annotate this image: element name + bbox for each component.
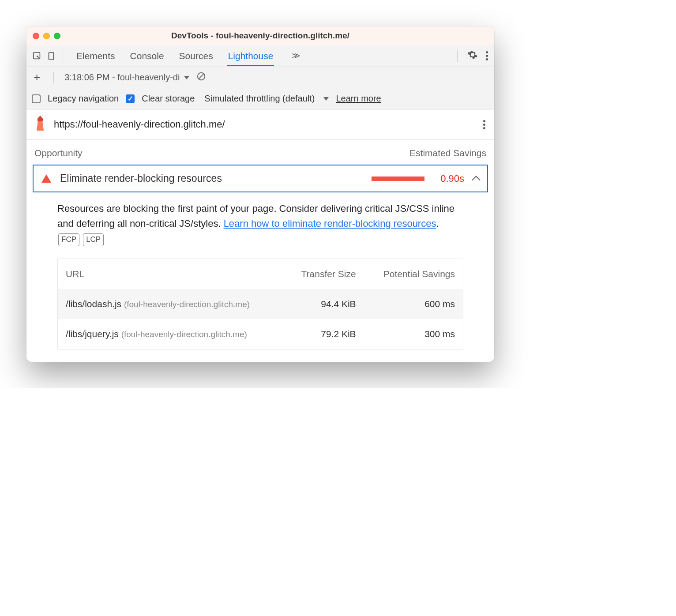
- throttling-caret-icon[interactable]: [323, 97, 329, 101]
- description-post: .: [436, 218, 439, 229]
- clear-storage-checkbox[interactable]: [126, 94, 135, 103]
- resource-host: (foul-heavenly-direction.glitch.me): [121, 330, 247, 339]
- options-bar: Legacy navigation Clear storage Simulate…: [26, 88, 494, 109]
- more-menu-icon[interactable]: [484, 49, 490, 62]
- col-transfer-size: Transfer Size: [284, 259, 364, 289]
- divider: [53, 72, 54, 83]
- caret-down-icon: [184, 76, 189, 79]
- table-row: /libs/jquery.js (foul-heavenly-direction…: [58, 319, 463, 349]
- svg-rect-1: [49, 52, 54, 60]
- svg-marker-5: [37, 121, 44, 131]
- collapse-icon[interactable]: [472, 176, 481, 184]
- resource-savings: 600 ms: [364, 289, 463, 319]
- audit-description: Resources are blocking the first paint o…: [26, 192, 494, 255]
- badge-lcp: LCP: [83, 233, 104, 246]
- table-row: /libs/lodash.js (foul-heavenly-direction…: [58, 289, 463, 319]
- estimated-savings-label: Estimated Savings: [409, 148, 486, 158]
- legacy-nav-checkbox[interactable]: [32, 94, 41, 103]
- device-icon[interactable]: [45, 50, 57, 62]
- resource-path: /libs/lodash.js: [66, 299, 121, 309]
- svg-rect-6: [38, 119, 43, 121]
- savings-value: 0.90s: [433, 173, 464, 184]
- resources-table: URL Transfer Size Potential Savings /lib…: [57, 259, 463, 349]
- tab-sources[interactable]: Sources: [178, 46, 214, 66]
- audit-title: Eliminate render-blocking resources: [60, 173, 363, 184]
- table-header-row: URL Transfer Size Potential Savings: [58, 259, 463, 289]
- tab-lighthouse[interactable]: Lighthouse: [227, 46, 274, 66]
- svg-marker-7: [37, 116, 43, 119]
- resource-size: 94.4 KiB: [284, 289, 364, 319]
- clear-icon[interactable]: [196, 71, 206, 83]
- resource-savings: 300 ms: [364, 319, 463, 349]
- new-report-button[interactable]: +: [31, 71, 43, 84]
- report-selector[interactable]: 3:18:06 PM - foul-heavenly-di: [64, 72, 189, 83]
- resource-host: (foul-heavenly-direction.glitch.me): [124, 300, 250, 309]
- fail-triangle-icon: [41, 174, 51, 183]
- clear-storage-label: Clear storage: [142, 94, 195, 104]
- lighthouse-icon: [34, 116, 47, 133]
- tab-elements[interactable]: Elements: [75, 46, 116, 66]
- more-tabs-icon[interactable]: >>: [292, 51, 297, 61]
- resource-path: /libs/jquery.js: [66, 329, 119, 339]
- report-header: https://foul-heavenly-direction.glitch.m…: [26, 109, 494, 140]
- resource-size: 79.2 KiB: [284, 319, 364, 349]
- inspect-icon[interactable]: [31, 50, 43, 62]
- legacy-nav-label: Legacy navigation: [48, 94, 119, 104]
- divider: [457, 50, 458, 62]
- svg-line-3: [199, 74, 204, 79]
- window-title: DevTools - foul-heavenly-direction.glitc…: [26, 31, 494, 41]
- audit-row[interactable]: Eliminate render-blocking resources 0.90…: [33, 165, 488, 192]
- devtools-window: DevTools - foul-heavenly-direction.glitc…: [26, 26, 494, 362]
- savings-bar: [372, 177, 424, 181]
- badge-fcp: FCP: [58, 233, 79, 246]
- report-selector-label: 3:18:06 PM - foul-heavenly-di: [64, 72, 180, 83]
- col-potential-savings: Potential Savings: [364, 259, 463, 289]
- opportunity-label: Opportunity: [34, 148, 83, 158]
- opportunity-section-header: Opportunity Estimated Savings: [26, 140, 494, 163]
- learn-more-link[interactable]: Learn more: [336, 94, 381, 104]
- col-url: URL: [58, 259, 284, 289]
- description-link[interactable]: Learn how to eliminate render-blocking r…: [224, 218, 436, 229]
- titlebar: DevTools - foul-heavenly-direction.glitc…: [26, 26, 494, 45]
- report-url: https://foul-heavenly-direction.glitch.m…: [54, 119, 474, 130]
- report-menu-icon[interactable]: [481, 118, 487, 131]
- tab-console[interactable]: Console: [129, 46, 165, 66]
- throttling-label: Simulated throttling (default): [204, 94, 315, 104]
- divider: [63, 50, 63, 62]
- settings-icon[interactable]: [467, 49, 478, 63]
- tab-strip: Elements Console Sources Lighthouse >>: [26, 45, 494, 67]
- lighthouse-subbar: + 3:18:06 PM - foul-heavenly-di: [26, 67, 494, 88]
